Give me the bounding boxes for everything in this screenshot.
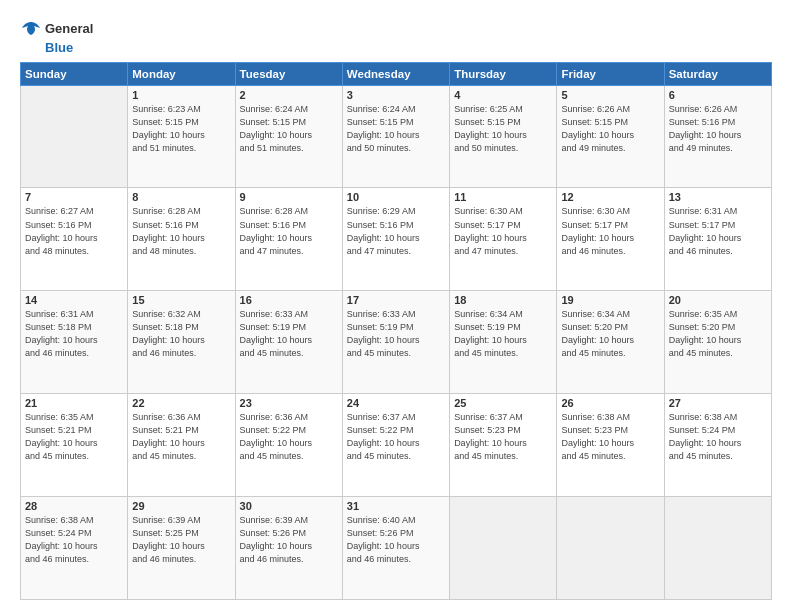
calendar-cell: 11Sunrise: 6:30 AMSunset: 5:17 PMDayligh… bbox=[450, 188, 557, 291]
day-number: 31 bbox=[347, 500, 445, 512]
day-info: Sunrise: 6:39 AMSunset: 5:25 PMDaylight:… bbox=[132, 514, 230, 566]
calendar-cell: 22Sunrise: 6:36 AMSunset: 5:21 PMDayligh… bbox=[128, 394, 235, 497]
calendar-cell bbox=[664, 497, 771, 600]
day-info: Sunrise: 6:38 AMSunset: 5:23 PMDaylight:… bbox=[561, 411, 659, 463]
day-number: 28 bbox=[25, 500, 123, 512]
day-info: Sunrise: 6:29 AMSunset: 5:16 PMDaylight:… bbox=[347, 205, 445, 257]
day-info: Sunrise: 6:35 AMSunset: 5:20 PMDaylight:… bbox=[669, 308, 767, 360]
weekday-header-tuesday: Tuesday bbox=[235, 62, 342, 85]
day-info: Sunrise: 6:23 AMSunset: 5:15 PMDaylight:… bbox=[132, 103, 230, 155]
day-number: 21 bbox=[25, 397, 123, 409]
calendar-cell: 6Sunrise: 6:26 AMSunset: 5:16 PMDaylight… bbox=[664, 85, 771, 188]
day-number: 15 bbox=[132, 294, 230, 306]
calendar-cell: 15Sunrise: 6:32 AMSunset: 5:18 PMDayligh… bbox=[128, 291, 235, 394]
calendar-cell: 13Sunrise: 6:31 AMSunset: 5:17 PMDayligh… bbox=[664, 188, 771, 291]
day-number: 24 bbox=[347, 397, 445, 409]
day-info: Sunrise: 6:26 AMSunset: 5:16 PMDaylight:… bbox=[669, 103, 767, 155]
day-info: Sunrise: 6:28 AMSunset: 5:16 PMDaylight:… bbox=[240, 205, 338, 257]
day-number: 19 bbox=[561, 294, 659, 306]
calendar-cell: 23Sunrise: 6:36 AMSunset: 5:22 PMDayligh… bbox=[235, 394, 342, 497]
calendar-cell bbox=[21, 85, 128, 188]
logo-bird-icon bbox=[20, 18, 42, 40]
day-info: Sunrise: 6:33 AMSunset: 5:19 PMDaylight:… bbox=[240, 308, 338, 360]
day-number: 25 bbox=[454, 397, 552, 409]
calendar-cell: 7Sunrise: 6:27 AMSunset: 5:16 PMDaylight… bbox=[21, 188, 128, 291]
day-info: Sunrise: 6:33 AMSunset: 5:19 PMDaylight:… bbox=[347, 308, 445, 360]
calendar-cell: 2Sunrise: 6:24 AMSunset: 5:15 PMDaylight… bbox=[235, 85, 342, 188]
day-number: 6 bbox=[669, 89, 767, 101]
calendar-cell bbox=[557, 497, 664, 600]
day-info: Sunrise: 6:31 AMSunset: 5:17 PMDaylight:… bbox=[669, 205, 767, 257]
calendar-cell: 25Sunrise: 6:37 AMSunset: 5:23 PMDayligh… bbox=[450, 394, 557, 497]
day-info: Sunrise: 6:37 AMSunset: 5:23 PMDaylight:… bbox=[454, 411, 552, 463]
day-number: 17 bbox=[347, 294, 445, 306]
calendar-cell: 8Sunrise: 6:28 AMSunset: 5:16 PMDaylight… bbox=[128, 188, 235, 291]
calendar-cell: 14Sunrise: 6:31 AMSunset: 5:18 PMDayligh… bbox=[21, 291, 128, 394]
calendar-cell: 24Sunrise: 6:37 AMSunset: 5:22 PMDayligh… bbox=[342, 394, 449, 497]
day-number: 11 bbox=[454, 191, 552, 203]
header: General Blue bbox=[20, 18, 772, 56]
day-number: 1 bbox=[132, 89, 230, 101]
day-info: Sunrise: 6:26 AMSunset: 5:15 PMDaylight:… bbox=[561, 103, 659, 155]
calendar-cell: 12Sunrise: 6:30 AMSunset: 5:17 PMDayligh… bbox=[557, 188, 664, 291]
day-info: Sunrise: 6:27 AMSunset: 5:16 PMDaylight:… bbox=[25, 205, 123, 257]
week-row-2: 7Sunrise: 6:27 AMSunset: 5:16 PMDaylight… bbox=[21, 188, 772, 291]
day-info: Sunrise: 6:25 AMSunset: 5:15 PMDaylight:… bbox=[454, 103, 552, 155]
day-info: Sunrise: 6:24 AMSunset: 5:15 PMDaylight:… bbox=[347, 103, 445, 155]
day-info: Sunrise: 6:34 AMSunset: 5:19 PMDaylight:… bbox=[454, 308, 552, 360]
day-number: 4 bbox=[454, 89, 552, 101]
calendar-cell: 30Sunrise: 6:39 AMSunset: 5:26 PMDayligh… bbox=[235, 497, 342, 600]
weekday-header-wednesday: Wednesday bbox=[342, 62, 449, 85]
calendar-cell: 3Sunrise: 6:24 AMSunset: 5:15 PMDaylight… bbox=[342, 85, 449, 188]
day-number: 8 bbox=[132, 191, 230, 203]
calendar-cell: 21Sunrise: 6:35 AMSunset: 5:21 PMDayligh… bbox=[21, 394, 128, 497]
day-number: 16 bbox=[240, 294, 338, 306]
weekday-header-saturday: Saturday bbox=[664, 62, 771, 85]
day-number: 26 bbox=[561, 397, 659, 409]
weekday-header-monday: Monday bbox=[128, 62, 235, 85]
day-number: 29 bbox=[132, 500, 230, 512]
day-info: Sunrise: 6:40 AMSunset: 5:26 PMDaylight:… bbox=[347, 514, 445, 566]
day-number: 9 bbox=[240, 191, 338, 203]
day-info: Sunrise: 6:36 AMSunset: 5:21 PMDaylight:… bbox=[132, 411, 230, 463]
day-info: Sunrise: 6:38 AMSunset: 5:24 PMDaylight:… bbox=[25, 514, 123, 566]
calendar-cell: 20Sunrise: 6:35 AMSunset: 5:20 PMDayligh… bbox=[664, 291, 771, 394]
weekday-header-sunday: Sunday bbox=[21, 62, 128, 85]
calendar-table: SundayMondayTuesdayWednesdayThursdayFrid… bbox=[20, 62, 772, 600]
weekday-header-row: SundayMondayTuesdayWednesdayThursdayFrid… bbox=[21, 62, 772, 85]
day-info: Sunrise: 6:34 AMSunset: 5:20 PMDaylight:… bbox=[561, 308, 659, 360]
day-number: 5 bbox=[561, 89, 659, 101]
calendar-cell: 28Sunrise: 6:38 AMSunset: 5:24 PMDayligh… bbox=[21, 497, 128, 600]
calendar-cell: 17Sunrise: 6:33 AMSunset: 5:19 PMDayligh… bbox=[342, 291, 449, 394]
page: General Blue SundayMondayTuesdayWednesda… bbox=[0, 0, 792, 612]
logo-general: General bbox=[45, 21, 93, 37]
day-info: Sunrise: 6:35 AMSunset: 5:21 PMDaylight:… bbox=[25, 411, 123, 463]
calendar-cell: 18Sunrise: 6:34 AMSunset: 5:19 PMDayligh… bbox=[450, 291, 557, 394]
calendar-cell: 4Sunrise: 6:25 AMSunset: 5:15 PMDaylight… bbox=[450, 85, 557, 188]
week-row-5: 28Sunrise: 6:38 AMSunset: 5:24 PMDayligh… bbox=[21, 497, 772, 600]
day-number: 10 bbox=[347, 191, 445, 203]
day-info: Sunrise: 6:39 AMSunset: 5:26 PMDaylight:… bbox=[240, 514, 338, 566]
calendar-cell: 19Sunrise: 6:34 AMSunset: 5:20 PMDayligh… bbox=[557, 291, 664, 394]
day-number: 14 bbox=[25, 294, 123, 306]
day-info: Sunrise: 6:24 AMSunset: 5:15 PMDaylight:… bbox=[240, 103, 338, 155]
day-number: 20 bbox=[669, 294, 767, 306]
calendar-cell: 10Sunrise: 6:29 AMSunset: 5:16 PMDayligh… bbox=[342, 188, 449, 291]
logo: General Blue bbox=[20, 18, 93, 56]
week-row-4: 21Sunrise: 6:35 AMSunset: 5:21 PMDayligh… bbox=[21, 394, 772, 497]
day-info: Sunrise: 6:28 AMSunset: 5:16 PMDaylight:… bbox=[132, 205, 230, 257]
day-info: Sunrise: 6:37 AMSunset: 5:22 PMDaylight:… bbox=[347, 411, 445, 463]
day-number: 3 bbox=[347, 89, 445, 101]
day-number: 13 bbox=[669, 191, 767, 203]
day-info: Sunrise: 6:36 AMSunset: 5:22 PMDaylight:… bbox=[240, 411, 338, 463]
day-number: 27 bbox=[669, 397, 767, 409]
calendar-cell: 1Sunrise: 6:23 AMSunset: 5:15 PMDaylight… bbox=[128, 85, 235, 188]
day-number: 23 bbox=[240, 397, 338, 409]
calendar-cell: 29Sunrise: 6:39 AMSunset: 5:25 PMDayligh… bbox=[128, 497, 235, 600]
day-info: Sunrise: 6:31 AMSunset: 5:18 PMDaylight:… bbox=[25, 308, 123, 360]
week-row-3: 14Sunrise: 6:31 AMSunset: 5:18 PMDayligh… bbox=[21, 291, 772, 394]
day-info: Sunrise: 6:30 AMSunset: 5:17 PMDaylight:… bbox=[454, 205, 552, 257]
day-number: 12 bbox=[561, 191, 659, 203]
day-info: Sunrise: 6:30 AMSunset: 5:17 PMDaylight:… bbox=[561, 205, 659, 257]
calendar-cell: 27Sunrise: 6:38 AMSunset: 5:24 PMDayligh… bbox=[664, 394, 771, 497]
